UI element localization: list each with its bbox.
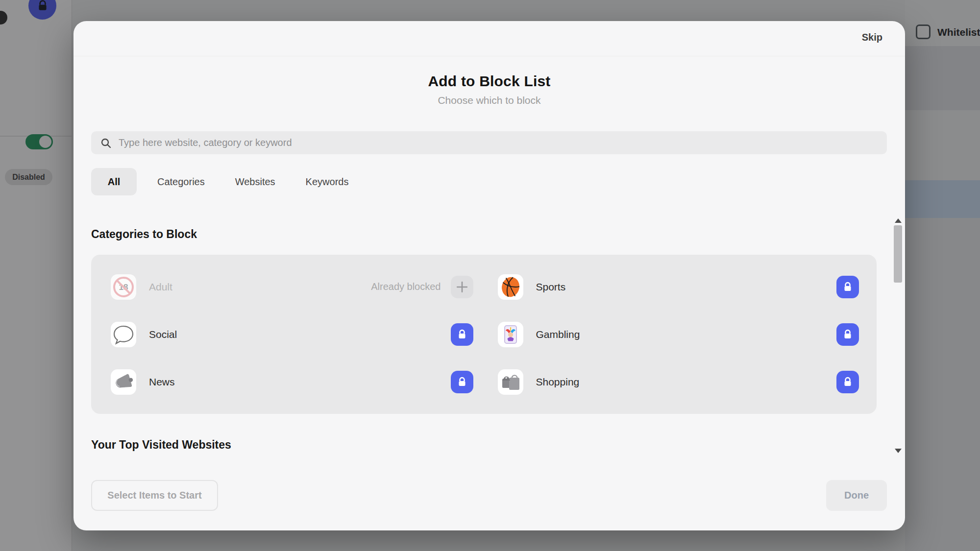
category-tile: 18 [111, 274, 136, 300]
lock-icon [456, 329, 468, 340]
category-label: Gambling [536, 329, 580, 340]
filter-tabs: All Categories Websites Keywords [91, 168, 358, 195]
scrollbar-up-icon[interactable] [895, 218, 902, 223]
category-row-shopping[interactable]: Shopping [484, 358, 877, 406]
categories-panel: 18 Adult Already blocked [91, 255, 877, 414]
select-items-to-start-button[interactable]: Select Items to Start [91, 480, 218, 511]
category-tile [498, 274, 523, 300]
search-icon [100, 137, 112, 149]
already-blocked-status: Already blocked [371, 281, 441, 292]
blocked-lock-button[interactable] [451, 371, 473, 393]
category-tile [498, 322, 523, 347]
add-to-block-list-dialog: Skip Add to Block List Choose which to b… [74, 21, 905, 530]
lock-icon [456, 376, 468, 388]
dialog-scrollbar[interactable] [893, 216, 904, 456]
tab-keywords[interactable]: Keywords [296, 176, 359, 188]
tab-categories[interactable]: Categories [147, 176, 215, 188]
category-row-sports[interactable]: Sports [484, 263, 877, 311]
category-tile [498, 369, 523, 395]
category-row-social[interactable]: Social [91, 311, 484, 358]
dialog-header: Skip [74, 21, 905, 56]
blocked-lock-button[interactable] [451, 323, 473, 346]
categories-section-heading: Categories to Block [91, 228, 197, 241]
blocked-lock-button[interactable] [836, 276, 859, 298]
category-label: News [149, 376, 175, 388]
joker-card-icon [500, 324, 521, 345]
dialog-subtitle: Choose which to block [74, 95, 905, 106]
category-row-gambling[interactable]: Gambling [484, 311, 877, 358]
category-row-adult: 18 Adult Already blocked [91, 263, 484, 311]
lock-icon [842, 329, 854, 340]
screen: Disabled Whitelist Skip Add to Block Lis… [0, 0, 980, 551]
no-under-18-icon: 18 [113, 276, 134, 298]
scrollbar-down-icon[interactable] [895, 449, 902, 453]
tab-websites[interactable]: Websites [225, 176, 285, 188]
search-bar [91, 131, 887, 154]
blocked-lock-button[interactable] [836, 323, 859, 346]
category-tile [111, 369, 136, 395]
megaphone-icon [112, 371, 135, 393]
top-websites-section-heading: Your Top Visited Websites [91, 438, 231, 452]
blocked-lock-button[interactable] [836, 371, 859, 393]
shopping-bags-icon [499, 371, 522, 393]
lock-icon [842, 376, 854, 388]
dialog-title: Add to Block List [74, 73, 905, 90]
category-label: Adult [149, 281, 172, 293]
category-label: Sports [536, 281, 566, 293]
category-row-news[interactable]: News [91, 358, 484, 406]
basketball-icon [499, 276, 522, 298]
lock-icon [842, 281, 854, 293]
plus-icon [456, 281, 468, 293]
skip-button[interactable]: Skip [862, 32, 882, 43]
add-category-button [451, 276, 473, 298]
done-button[interactable]: Done [826, 480, 887, 511]
category-tile [111, 322, 136, 347]
speech-bubble-icon [112, 323, 135, 346]
category-label: Social [149, 329, 177, 340]
scrollbar-thumb[interactable] [894, 225, 902, 283]
search-input[interactable] [119, 137, 854, 148]
tab-all[interactable]: All [91, 168, 137, 195]
category-label: Shopping [536, 376, 580, 388]
